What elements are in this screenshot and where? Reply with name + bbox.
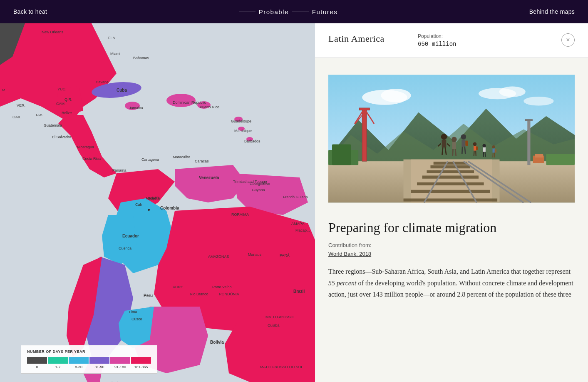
info-header: Latin America Population: 650 million × (315, 23, 588, 58)
svg-line-48 (476, 151, 476, 156)
article-title: Preparing for climate migration (328, 220, 575, 235)
population-value: 650 million (418, 41, 456, 47)
svg-rect-54 (493, 148, 495, 152)
svg-rect-45 (474, 146, 476, 151)
svg-line-37 (453, 149, 453, 156)
legend-title: NUMBER OF DAYS PER YEAR (27, 350, 151, 354)
svg-line-31 (442, 147, 443, 155)
article-text: Three regions—Sub-Saharan Africa, South … (328, 266, 575, 300)
svg-rect-36 (452, 142, 456, 149)
legend-label-text: 8-30 (69, 365, 89, 369)
legend-swatch (110, 357, 130, 364)
svg-rect-17 (362, 109, 367, 161)
svg-line-43 (465, 147, 466, 154)
contribution-label: Contribution from: (328, 242, 575, 248)
content-area: Preparing for climate migration Contribu… (315, 58, 588, 310)
legend-swatch (48, 357, 68, 364)
right-panel: Latin America Population: 650 million × (315, 23, 588, 382)
svg-point-49 (482, 144, 486, 147)
svg-rect-55 (495, 149, 496, 153)
svg-line-57 (494, 153, 495, 157)
behind-the-maps-link[interactable]: Behind the maps (529, 8, 575, 15)
legend-label-text: 1-7 (48, 365, 68, 369)
population-label: Population: (418, 33, 456, 39)
railroad-illustration (328, 68, 575, 210)
logo-line-right (292, 12, 309, 12)
svg-point-28 (523, 97, 553, 106)
svg-point-53 (492, 145, 495, 149)
svg-line-52 (485, 152, 486, 157)
svg-point-25 (381, 89, 411, 102)
back-to-heat-link[interactable]: Back to heat (13, 8, 47, 15)
svg-line-56 (493, 153, 493, 157)
svg-point-27 (499, 87, 526, 97)
svg-rect-59 (332, 145, 351, 165)
svg-point-35 (452, 137, 457, 142)
svg-rect-50 (483, 147, 486, 152)
legend-label-text: 181-365 (131, 365, 151, 369)
legend-labels: 01-78-3031-9091-180181-365 (27, 365, 151, 369)
logo-text-right: Futures (312, 8, 337, 15)
svg-rect-62 (535, 154, 543, 157)
region-name: Latin America (328, 33, 385, 44)
svg-line-42 (462, 147, 462, 154)
svg-line-51 (483, 152, 484, 157)
logo: Probable Futures (239, 8, 337, 15)
svg-point-44 (473, 142, 477, 146)
legend-swatches (27, 357, 151, 364)
svg-rect-41 (465, 141, 468, 146)
map-area[interactable]: FLA.New OrleansMiamiBahamasHavanaCubaJam… (0, 23, 315, 382)
svg-point-29 (441, 134, 447, 140)
legend-swatch (131, 357, 151, 364)
header: Back to heat Probable Futures Behind the… (0, 0, 588, 23)
svg-rect-40 (461, 140, 465, 147)
svg-point-39 (461, 134, 466, 140)
logo-text-left: Probable (259, 8, 289, 15)
svg-rect-23 (525, 119, 533, 121)
legend-label-text: 91-180 (110, 365, 130, 369)
legend-swatch (89, 357, 109, 364)
svg-rect-30 (442, 140, 447, 147)
svg-line-47 (474, 151, 474, 156)
svg-rect-22 (527, 120, 530, 165)
svg-rect-46 (476, 147, 478, 150)
svg-line-38 (455, 149, 456, 156)
legend-label-text: 0 (27, 365, 47, 369)
article-image (328, 68, 575, 210)
contribution-link[interactable]: World Bank, 2018 (328, 251, 371, 257)
population-block: Population: 650 million (418, 33, 456, 47)
legend-swatch (27, 357, 47, 364)
logo-line-left (239, 12, 256, 12)
close-button[interactable]: × (561, 33, 575, 47)
legend: NUMBER OF DAYS PER YEAR 01-78-3031-9091-… (21, 345, 157, 374)
svg-rect-60 (546, 154, 575, 165)
legend-swatch (69, 357, 89, 364)
legend-label-text: 31-90 (89, 365, 109, 369)
